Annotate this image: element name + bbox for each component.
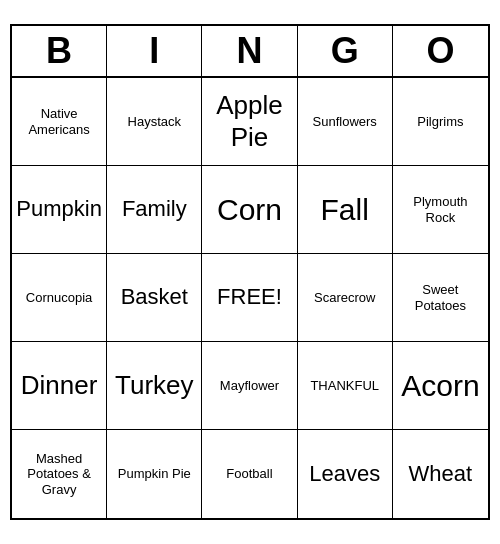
bingo-cell: Haystack: [107, 78, 202, 166]
bingo-grid: Native AmericansHaystackApple PieSunflow…: [12, 78, 488, 518]
bingo-cell: Pumpkin: [12, 166, 107, 254]
bingo-cell: Mashed Potatoes & Gravy: [12, 430, 107, 518]
bingo-cell: THANKFUL: [298, 342, 393, 430]
bingo-cell: FREE!: [202, 254, 297, 342]
bingo-cell: Family: [107, 166, 202, 254]
bingo-cell: Scarecrow: [298, 254, 393, 342]
bingo-cell: Football: [202, 430, 297, 518]
bingo-cell: Mayflower: [202, 342, 297, 430]
bingo-cell: Plymouth Rock: [393, 166, 488, 254]
bingo-cell: Native Americans: [12, 78, 107, 166]
bingo-cell: Leaves: [298, 430, 393, 518]
bingo-header: BINGO: [12, 26, 488, 78]
bingo-cell: Pilgrims: [393, 78, 488, 166]
bingo-cell: Basket: [107, 254, 202, 342]
bingo-cell: Acorn: [393, 342, 488, 430]
bingo-cell: Fall: [298, 166, 393, 254]
bingo-cell: Apple Pie: [202, 78, 297, 166]
bingo-cell: Pumpkin Pie: [107, 430, 202, 518]
bingo-cell: Corn: [202, 166, 297, 254]
bingo-header-cell: O: [393, 26, 488, 76]
bingo-card: BINGO Native AmericansHaystackApple PieS…: [10, 24, 490, 520]
bingo-cell: Wheat: [393, 430, 488, 518]
bingo-header-cell: B: [12, 26, 107, 76]
bingo-cell: Dinner: [12, 342, 107, 430]
bingo-cell: Sweet Potatoes: [393, 254, 488, 342]
bingo-header-cell: N: [202, 26, 297, 76]
bingo-cell: Turkey: [107, 342, 202, 430]
bingo-header-cell: I: [107, 26, 202, 76]
bingo-cell: Sunflowers: [298, 78, 393, 166]
bingo-cell: Cornucopia: [12, 254, 107, 342]
bingo-header-cell: G: [298, 26, 393, 76]
